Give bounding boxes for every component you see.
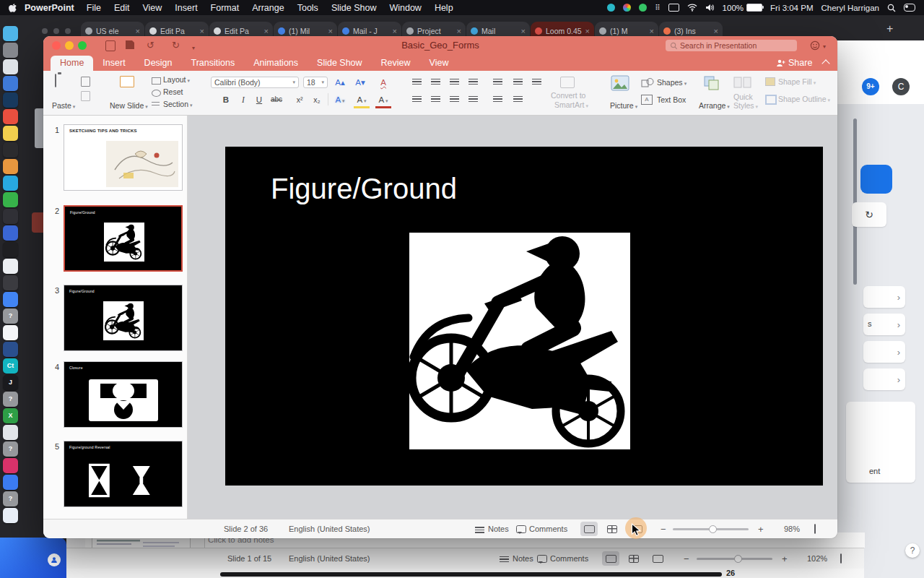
text-effects-button[interactable]: A	[332, 93, 348, 106]
slide-image[interactable]	[409, 233, 630, 449]
dock-icon[interactable]	[3, 475, 18, 490]
tab-animations[interactable]: Animations	[244, 56, 308, 71]
superscript-button[interactable]: x²	[292, 93, 308, 106]
zoom-out-button[interactable]: −	[661, 524, 666, 535]
dock-icon[interactable]: Ct	[3, 358, 18, 374]
new-tab-button[interactable]: +	[886, 22, 893, 35]
dock-icon[interactable]: X	[3, 408, 18, 423]
strikethrough-button[interactable]: abc	[269, 93, 284, 106]
align-center-button[interactable]	[427, 93, 444, 106]
menu-tools[interactable]: Tools	[291, 3, 325, 13]
refresh-card[interactable]: ↻	[852, 202, 886, 227]
battery-indicator[interactable]: 100%	[723, 4, 762, 12]
align-right-button[interactable]	[445, 93, 463, 106]
tab-insert[interactable]: Insert	[93, 56, 134, 71]
slide-thumbnail-2-selected[interactable]: Figure/Ground	[64, 205, 183, 272]
grow-font-button[interactable]: A▴	[332, 76, 348, 89]
list-item[interactable]: ›	[863, 286, 905, 308]
dock-icon[interactable]	[3, 59, 18, 74]
clipboard-options-icon[interactable]	[81, 91, 90, 101]
tab-close-icon[interactable]: ×	[136, 27, 140, 35]
tab-close-icon[interactable]: ×	[714, 27, 718, 35]
numbering-button[interactable]	[427, 76, 444, 89]
zoom-percent[interactable]: 98%	[784, 525, 800, 533]
menubar-extra-pinwheel-icon[interactable]	[623, 4, 631, 12]
menubar-extra-green-icon[interactable]	[639, 4, 647, 12]
back-comments-button[interactable]: Comments	[550, 554, 588, 563]
dock-icon[interactable]	[3, 508, 18, 523]
dock-icon[interactable]	[3, 259, 18, 274]
page-scrollbar[interactable]	[853, 118, 857, 285]
display-icon[interactable]	[668, 4, 679, 12]
dock-icon[interactable]	[3, 209, 18, 224]
align-text-button[interactable]	[528, 76, 545, 89]
dock-icon[interactable]	[3, 192, 18, 207]
menubar-extra-teal-icon[interactable]	[607, 4, 615, 12]
browser-minimize-button[interactable]	[53, 28, 59, 34]
text-box-button[interactable]: Text Box	[657, 95, 686, 104]
tab-close-icon[interactable]: ×	[650, 27, 654, 35]
dock-icon[interactable]	[3, 275, 18, 290]
layout-button[interactable]: Layout	[163, 75, 190, 84]
person-badge-icon[interactable]	[48, 553, 61, 566]
back-zoom-slider[interactable]	[697, 558, 772, 560]
control-center-icon[interactable]	[904, 4, 915, 12]
menu-edit[interactable]: Edit	[108, 3, 136, 13]
picture-button[interactable]: Picture	[610, 101, 637, 110]
share-button[interactable]: Share	[776, 58, 812, 68]
italic-button[interactable]: I	[235, 93, 251, 106]
back-normal-view-button[interactable]	[602, 551, 619, 566]
dock-icon[interactable]: ?	[3, 491, 18, 506]
dock-icon[interactable]	[3, 425, 18, 440]
tab-close-icon[interactable]: ×	[521, 27, 526, 35]
fit-slide-button[interactable]	[814, 525, 816, 533]
tab-transitions[interactable]: Transitions	[182, 56, 245, 71]
dock-icon[interactable]	[3, 292, 18, 307]
wifi-icon[interactable]	[687, 4, 697, 12]
notification-badge[interactable]: 9+	[862, 78, 879, 95]
menu-slide-show[interactable]: Slide Show	[325, 3, 383, 13]
menu-help[interactable]: Help	[428, 3, 460, 13]
list-item[interactable]: ›	[863, 341, 905, 363]
menu-format[interactable]: Format	[204, 3, 246, 13]
shapes-button[interactable]: Shapes	[657, 78, 687, 87]
dock-icon[interactable]	[3, 458, 18, 473]
back-language-indicator[interactable]: English (United States)	[289, 554, 370, 563]
justify-button[interactable]	[464, 93, 481, 106]
menubar-user[interactable]: Cheryl Harrigan	[821, 4, 879, 12]
content-card[interactable]: ent	[846, 402, 915, 483]
dock-icon[interactable]: ?	[3, 309, 18, 324]
spotlight-search-icon[interactable]	[887, 4, 896, 12]
format-painter-icon[interactable]	[81, 77, 90, 87]
subscript-button[interactable]: x₂	[309, 93, 325, 106]
keyboard-grid-icon[interactable]: ⠿	[655, 4, 660, 12]
avatar[interactable]: C	[892, 78, 910, 95]
list-item[interactable]: s ›	[863, 314, 905, 335]
highlight-color-button[interactable]: A	[354, 93, 370, 108]
search-input[interactable]	[666, 40, 797, 51]
tab-review[interactable]: Review	[372, 56, 420, 71]
tab-close-icon[interactable]: ×	[585, 27, 590, 35]
menu-app-name[interactable]: PowerPoint	[25, 3, 74, 13]
paste-button[interactable]: Paste	[52, 101, 75, 110]
columns-button[interactable]	[489, 93, 506, 106]
dock-icon[interactable]: ?	[3, 441, 18, 457]
tab-home[interactable]: Home	[51, 56, 93, 71]
menu-window[interactable]: Window	[383, 3, 427, 13]
dock-icon[interactable]	[3, 159, 18, 174]
primary-action-button[interactable]	[860, 165, 892, 194]
tab-view[interactable]: View	[420, 56, 458, 71]
tab-slide-show[interactable]: Slide Show	[308, 56, 372, 71]
clear-formatting-button[interactable]: A	[375, 76, 391, 89]
menu-insert[interactable]: Insert	[168, 3, 204, 13]
dock-icon[interactable]: ?	[3, 392, 18, 407]
dock-icon[interactable]	[3, 325, 18, 340]
back-notes-button[interactable]: Notes	[513, 554, 533, 563]
dock-icon[interactable]	[3, 225, 18, 241]
list-item[interactable]: ›	[863, 368, 905, 390]
bold-button[interactable]: B	[218, 93, 234, 106]
section-button[interactable]: Section	[163, 100, 193, 108]
zoom-in-button[interactable]: +	[758, 524, 764, 535]
distribute-button[interactable]	[509, 93, 526, 106]
slide-canvas[interactable]: Figure/Ground	[225, 147, 823, 486]
